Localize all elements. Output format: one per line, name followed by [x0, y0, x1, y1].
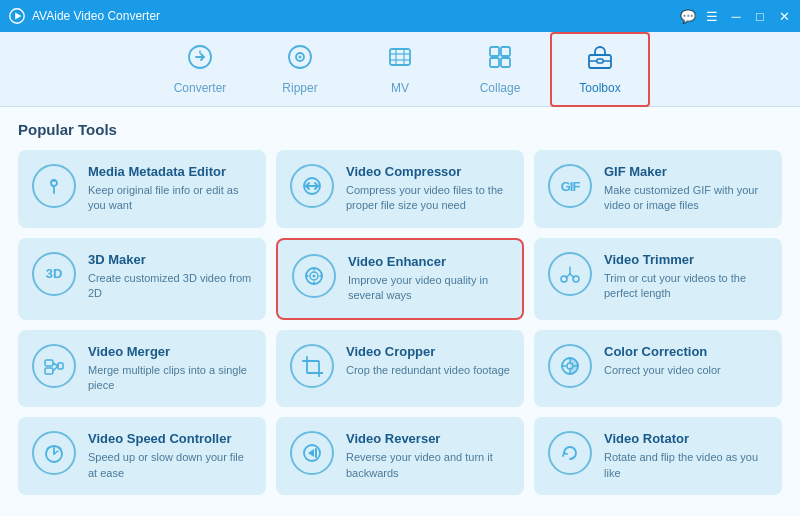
- tool-video-enhancer[interactable]: Video Enhancer Improve your video qualit…: [276, 238, 524, 320]
- video-speed-controller-info: Video Speed Controller Speed up or slow …: [88, 431, 252, 481]
- video-cropper-icon: [290, 344, 334, 388]
- svg-rect-12: [501, 47, 510, 56]
- video-enhancer-name: Video Enhancer: [348, 254, 508, 269]
- svg-marker-1: [15, 12, 21, 19]
- tool-video-rotator[interactable]: Video Rotator Rotate and flip the video …: [534, 417, 782, 495]
- video-trimmer-name: Video Trimmer: [604, 252, 768, 267]
- color-correction-icon: [548, 344, 592, 388]
- tool-video-speed-controller[interactable]: Video Speed Controller Speed up or slow …: [18, 417, 266, 495]
- navbar: Converter Ripper MV: [0, 32, 800, 107]
- nav-mv[interactable]: MV: [350, 32, 450, 107]
- gif-maker-icon: GIF: [548, 164, 592, 208]
- tool-3d-maker[interactable]: 3D 3D Maker Create customized 3D video f…: [18, 238, 266, 320]
- video-merger-name: Video Merger: [88, 344, 252, 359]
- gif-maker-info: GIF Maker Make customized GIF with your …: [604, 164, 768, 214]
- video-rotator-name: Video Rotator: [604, 431, 768, 446]
- 3d-maker-icon: 3D: [32, 252, 76, 296]
- video-cropper-desc: Crop the redundant video footage: [346, 363, 510, 378]
- video-trimmer-desc: Trim or cut your videos to the perfect l…: [604, 271, 768, 302]
- color-correction-desc: Correct your video color: [604, 363, 768, 378]
- nav-toolbox[interactable]: Toolbox: [550, 32, 650, 107]
- 3d-maker-desc: Create customized 3D video from 2D: [88, 271, 252, 302]
- video-reverser-desc: Reverse your video and turn it backwards: [346, 450, 510, 481]
- video-cropper-name: Video Cropper: [346, 344, 510, 359]
- media-metadata-editor-info: Media Metadata Editor Keep original file…: [88, 164, 252, 214]
- titlebar: AVAide Video Converter 💬 ☰ ─ □ ✕: [0, 0, 800, 32]
- video-trimmer-info: Video Trimmer Trim or cut your videos to…: [604, 252, 768, 302]
- video-enhancer-info: Video Enhancer Improve your video qualit…: [348, 254, 508, 304]
- menu-button[interactable]: ☰: [704, 8, 720, 24]
- nav-ripper[interactable]: Ripper: [250, 32, 350, 107]
- collage-icon: [486, 43, 514, 77]
- video-reverser-icon: [290, 431, 334, 475]
- svg-marker-61: [308, 449, 314, 457]
- chat-button[interactable]: 💬: [680, 8, 696, 24]
- nav-ripper-label: Ripper: [282, 81, 317, 95]
- gif-maker-name: GIF Maker: [604, 164, 768, 179]
- svg-rect-14: [501, 58, 510, 67]
- titlebar-controls: 💬 ☰ ─ □ ✕: [680, 8, 792, 24]
- video-enhancer-desc: Improve your video quality in several wa…: [348, 273, 508, 304]
- close-button[interactable]: ✕: [776, 8, 792, 24]
- svg-point-29: [313, 274, 316, 277]
- svg-rect-43: [58, 363, 63, 369]
- section-title: Popular Tools: [18, 121, 782, 138]
- svg-point-5: [299, 56, 302, 59]
- svg-rect-40: [45, 368, 53, 374]
- video-merger-desc: Merge multiple clips into a single piece: [88, 363, 252, 394]
- video-merger-info: Video Merger Merge multiple clips into a…: [88, 344, 252, 394]
- media-metadata-editor-icon: [32, 164, 76, 208]
- tool-gif-maker[interactable]: GIF GIF Maker Make customized GIF with y…: [534, 150, 782, 228]
- converter-icon: [186, 43, 214, 77]
- svg-rect-13: [490, 58, 499, 67]
- svg-rect-11: [490, 47, 499, 56]
- svg-line-37: [570, 274, 574, 278]
- media-metadata-editor-desc: Keep original file info or edit as you w…: [88, 183, 252, 214]
- nav-converter[interactable]: Converter: [150, 32, 250, 107]
- ripper-icon: [286, 43, 314, 77]
- tool-video-cropper[interactable]: Video Cropper Crop the redundant video f…: [276, 330, 524, 408]
- svg-line-36: [566, 274, 570, 278]
- video-speed-controller-icon: [32, 431, 76, 475]
- video-cropper-info: Video Cropper Crop the redundant video f…: [346, 344, 510, 378]
- gif-maker-desc: Make customized GIF with your video or i…: [604, 183, 768, 214]
- svg-rect-44: [307, 361, 319, 373]
- app-icon: [8, 7, 26, 25]
- tool-color-correction[interactable]: Color Correction Correct your video colo…: [534, 330, 782, 408]
- nav-toolbox-label: Toolbox: [579, 81, 620, 95]
- minimize-button[interactable]: ─: [728, 8, 744, 24]
- tool-video-compressor[interactable]: Video Compressor Compress your video fil…: [276, 150, 524, 228]
- nav-mv-label: MV: [391, 81, 409, 95]
- svg-rect-17: [597, 59, 603, 63]
- video-rotator-icon: [548, 431, 592, 475]
- media-metadata-editor-name: Media Metadata Editor: [88, 164, 252, 179]
- 3d-maker-name: 3D Maker: [88, 252, 252, 267]
- 3d-maker-info: 3D Maker Create customized 3D video from…: [88, 252, 252, 302]
- color-correction-name: Color Correction: [604, 344, 768, 359]
- mv-icon: [386, 43, 414, 77]
- tool-video-merger[interactable]: Video Merger Merge multiple clips into a…: [18, 330, 266, 408]
- video-speed-controller-name: Video Speed Controller: [88, 431, 252, 446]
- tool-media-metadata-editor[interactable]: Media Metadata Editor Keep original file…: [18, 150, 266, 228]
- toolbox-icon: [586, 43, 614, 77]
- tool-video-trimmer[interactable]: Video Trimmer Trim or cut your videos to…: [534, 238, 782, 320]
- video-merger-icon: [32, 344, 76, 388]
- video-enhancer-icon: [292, 254, 336, 298]
- tools-grid: Media Metadata Editor Keep original file…: [18, 150, 782, 495]
- nav-collage-label: Collage: [480, 81, 521, 95]
- video-compressor-icon: [290, 164, 334, 208]
- svg-rect-6: [390, 49, 410, 65]
- tool-video-reverser[interactable]: Video Reverser Reverse your video and tu…: [276, 417, 524, 495]
- video-reverser-info: Video Reverser Reverse your video and tu…: [346, 431, 510, 481]
- titlebar-left: AVAide Video Converter: [8, 7, 160, 25]
- svg-rect-39: [45, 360, 53, 366]
- video-trimmer-icon: [548, 252, 592, 296]
- video-rotator-info: Video Rotator Rotate and flip the video …: [604, 431, 768, 481]
- video-compressor-info: Video Compressor Compress your video fil…: [346, 164, 510, 214]
- video-speed-controller-desc: Speed up or slow down your file at ease: [88, 450, 252, 481]
- svg-point-20: [53, 180, 55, 182]
- maximize-button[interactable]: □: [752, 8, 768, 24]
- color-correction-info: Color Correction Correct your video colo…: [604, 344, 768, 378]
- video-compressor-desc: Compress your video files to the proper …: [346, 183, 510, 214]
- nav-collage[interactable]: Collage: [450, 32, 550, 107]
